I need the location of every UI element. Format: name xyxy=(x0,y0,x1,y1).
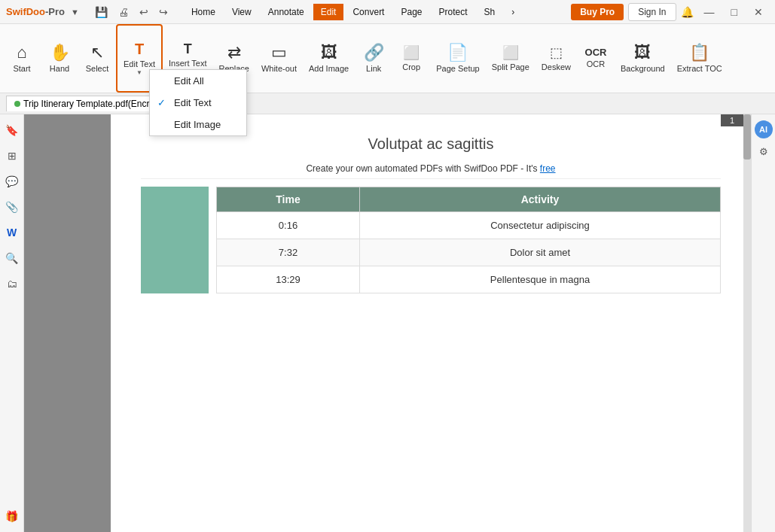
ribbon-page-setup[interactable]: 📄 Page Setup xyxy=(430,24,486,93)
ribbon-deskew-label: Deskew xyxy=(542,62,571,72)
background-icon: 🖼 xyxy=(634,43,651,62)
sidebar-search[interactable]: 🔍 xyxy=(2,248,22,268)
maximize-button[interactable]: □ xyxy=(725,5,743,20)
right-panel-settings[interactable]: ⚙ xyxy=(754,141,773,161)
cell-time-0: 0:16 xyxy=(217,212,360,239)
titlebar: SwifDoo-Pro ▼ 💾 🖨 ↩ ↪ Home View Annotate… xyxy=(0,0,775,24)
ribbon-crop-label: Crop xyxy=(402,62,420,72)
nav-sh[interactable]: Sh xyxy=(477,4,503,20)
ribbon-white-out-label: White-out xyxy=(261,64,297,74)
table-row: 7:32 Dolor sit amet xyxy=(217,239,721,266)
save-button[interactable]: 💾 xyxy=(91,5,111,20)
deskew-icon: ⬚ xyxy=(550,44,563,61)
ribbon-background-label: Background xyxy=(621,64,665,74)
home-icon: ⌂ xyxy=(17,43,26,62)
ribbon-link-label: Link xyxy=(366,64,381,74)
sidebar-gift[interactable]: 🎁 xyxy=(2,506,22,526)
titlebar-right: Buy Pro Sign In 🔔 — □ ✕ xyxy=(571,3,769,21)
main-nav: Home View Annotate Edit Convert Page Pro… xyxy=(184,4,522,20)
replace-icon: ⇄ xyxy=(227,43,241,62)
ribbon-ocr[interactable]: OCR OCR xyxy=(577,24,615,93)
nav-home[interactable]: Home xyxy=(184,4,223,20)
col-header-time: Time xyxy=(217,187,360,212)
ribbon-ocr-label: OCR xyxy=(587,59,605,69)
edit-text-arrow: ▼ xyxy=(136,69,142,76)
hand-icon: ✋ xyxy=(50,43,70,62)
ribbon-hand-label: Hand xyxy=(50,64,69,74)
notifications-button[interactable]: 🔔 xyxy=(681,6,694,18)
ribbon-select-label: Select xyxy=(86,64,109,74)
ribbon-hand[interactable]: ✋ Hand xyxy=(41,24,78,93)
ribbon-start-label: Start xyxy=(13,64,30,74)
nav-convert[interactable]: Convert xyxy=(345,4,392,20)
sidebar-attachment[interactable]: 📎 xyxy=(2,197,22,217)
menu-edit-text[interactable]: Edit Text xyxy=(150,92,246,114)
nav-page[interactable]: Page xyxy=(393,4,429,20)
menu-edit-image[interactable]: Edit Image xyxy=(150,114,246,135)
insert-text-icon: T xyxy=(184,41,192,57)
ribbon-add-image[interactable]: 🖼 Add Image xyxy=(303,24,355,93)
edit-text-icon: T xyxy=(135,41,144,58)
ribbon-extract-toc[interactable]: 📋 Extract TOC xyxy=(671,24,728,93)
ribbon-start[interactable]: ⌂ Start xyxy=(3,24,41,93)
table-row: 13:29 Pellentesque in magna xyxy=(217,266,721,293)
extract-toc-icon: 📋 xyxy=(689,43,709,62)
ribbon-background[interactable]: 🖼 Background xyxy=(615,24,671,93)
buy-pro-button[interactable]: Buy Pro xyxy=(571,4,624,20)
cell-time-2: 13:29 xyxy=(217,266,360,293)
nav-edit[interactable]: Edit xyxy=(313,4,344,20)
tab-status-dot xyxy=(14,101,20,107)
sidebar-word[interactable]: W xyxy=(2,223,22,242)
vertical-scrollbar[interactable] xyxy=(743,114,751,532)
page-setup-icon: 📄 xyxy=(447,43,468,62)
select-icon: ↖ xyxy=(90,43,104,62)
table-section: Time Activity 0:16 Consectetur adipiscin… xyxy=(141,187,721,293)
ocr-icon: OCR xyxy=(585,47,607,58)
quick-actions: 💾 🖨 ↩ ↪ xyxy=(91,5,172,20)
sidebar-stamp[interactable]: 🗂 xyxy=(2,274,22,293)
ribbon: ⌂ Start ✋ Hand ↖ Select T Edit Text ▼ T … xyxy=(0,24,775,93)
ribbon-link[interactable]: 🔗 Link xyxy=(355,24,392,93)
ribbon-white-out[interactable]: ▭ White-out xyxy=(255,24,303,93)
ribbon-extract-toc-label: Extract TOC xyxy=(677,64,722,74)
right-panel: AI ⚙ xyxy=(751,114,775,532)
nav-annotate[interactable]: Annotate xyxy=(261,4,312,20)
nav-more[interactable]: › xyxy=(504,4,522,20)
tabbar: Trip Itinerary Template.pdf(Encry xyxy=(0,93,775,114)
signin-button[interactable]: Sign In xyxy=(628,3,676,21)
link-icon: 🔗 xyxy=(364,43,384,62)
scrollbar-thumb[interactable] xyxy=(743,114,751,160)
split-page-icon: ⬜ xyxy=(502,44,519,61)
close-button[interactable]: ✕ xyxy=(748,5,769,20)
sidebar-bookmark[interactable]: 🔖 xyxy=(2,120,22,140)
undo-button[interactable]: ↩ xyxy=(136,5,152,20)
cell-activity-0: Consectetur adipiscing xyxy=(359,212,720,239)
minimize-button[interactable]: — xyxy=(698,5,721,20)
app-name: SwifDoo xyxy=(6,6,45,17)
crop-icon: ⬜ xyxy=(403,44,420,61)
app-dropdown[interactable]: ▼ xyxy=(71,8,79,17)
sidebar-layers[interactable]: ⊞ xyxy=(2,146,22,166)
promo-bar: Create your own automated PDFs with Swif… xyxy=(141,159,721,179)
ribbon-crop[interactable]: ⬜ Crop xyxy=(392,24,430,93)
page-indicator: 1 xyxy=(721,114,743,126)
ribbon-split-page-label: Split Page xyxy=(492,62,529,72)
main-layout: 🔖 ⊞ 💬 📎 W 🔍 🗂 🎁 1 Volutpat ac sagittis C… xyxy=(0,114,775,532)
sidebar-comment[interactable]: 💬 xyxy=(2,172,22,191)
promo-text-start: Create your own automated PDFs with Swif… xyxy=(306,163,539,174)
ribbon-add-image-label: Add Image xyxy=(309,64,349,74)
ribbon-page-setup-label: Page Setup xyxy=(436,64,480,74)
print-button[interactable]: 🖨 xyxy=(114,5,133,20)
nav-protect[interactable]: Protect xyxy=(432,4,475,20)
redo-button[interactable]: ↪ xyxy=(155,5,172,20)
ai-badge[interactable]: AI xyxy=(755,120,773,138)
promo-link[interactable]: free xyxy=(540,163,556,174)
ribbon-select[interactable]: ↖ Select xyxy=(78,24,116,93)
menu-edit-all[interactable]: Edit All xyxy=(150,70,246,92)
ribbon-split-page[interactable]: ⬜ Split Page xyxy=(486,24,535,93)
ribbon-deskew[interactable]: ⬚ Deskew xyxy=(535,24,577,93)
pdf-page: Volutpat ac sagittis Create your own aut… xyxy=(111,114,751,532)
nav-view[interactable]: View xyxy=(224,4,259,20)
tab-trip-itinerary[interactable]: Trip Itinerary Template.pdf(Encry xyxy=(6,96,162,111)
white-out-icon: ▭ xyxy=(271,43,287,62)
